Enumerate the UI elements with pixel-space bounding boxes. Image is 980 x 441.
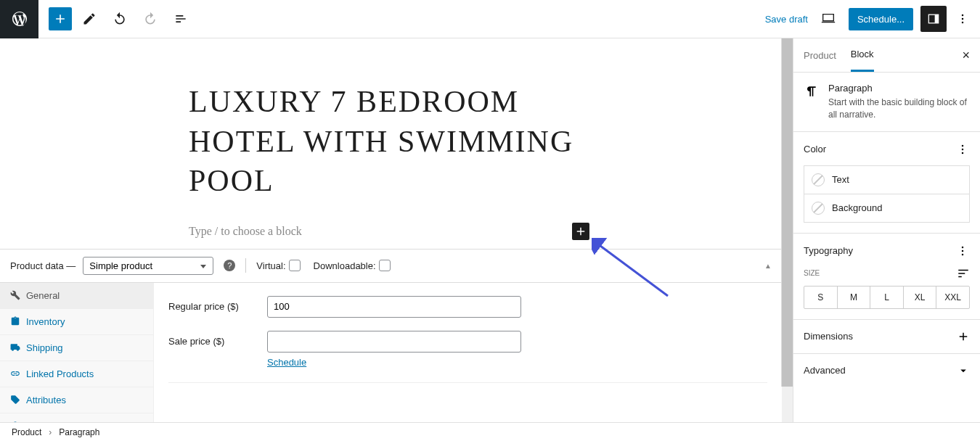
size-l-button[interactable]: L bbox=[870, 287, 904, 308]
link-icon bbox=[10, 368, 20, 379]
regular-price-input[interactable] bbox=[267, 296, 521, 318]
svg-point-3 bbox=[962, 18, 964, 20]
tab-block[interactable]: Block bbox=[851, 38, 874, 72]
settings-sidebar: Product Block × Paragraph Start with the… bbox=[793, 38, 980, 422]
tab-general[interactable]: General bbox=[0, 283, 153, 309]
product-data-label: Product data — bbox=[10, 260, 75, 271]
tag-icon bbox=[10, 395, 20, 405]
collapse-panel-icon[interactable]: ▲ bbox=[764, 262, 772, 270]
tab-label: Advanced bbox=[26, 421, 68, 422]
tab-linked-products[interactable]: Linked Products bbox=[0, 361, 153, 387]
undo-icon bbox=[113, 12, 127, 26]
separator bbox=[245, 258, 246, 273]
svg-rect-1 bbox=[935, 15, 939, 23]
ellipsis-vertical-icon[interactable] bbox=[955, 142, 970, 157]
color-section-title: Color bbox=[804, 144, 826, 154]
breadcrumb-separator: › bbox=[49, 427, 52, 437]
desktop-icon bbox=[820, 11, 836, 27]
typography-section: Typography Size S M L XL XXL bbox=[793, 233, 980, 319]
product-data-tabs: General Inventory Shipping Linked Produc… bbox=[0, 283, 154, 422]
redo-icon bbox=[143, 12, 158, 26]
close-sidebar-button[interactable]: × bbox=[962, 48, 970, 63]
view-button[interactable] bbox=[815, 6, 841, 32]
product-type-help-icon[interactable]: ? bbox=[224, 260, 235, 271]
ellipsis-vertical-icon[interactable] bbox=[955, 244, 970, 258]
schedule-button[interactable]: Schedule... bbox=[849, 8, 913, 30]
top-toolbar: Save draft Schedule... bbox=[0, 0, 980, 38]
wrench-icon bbox=[10, 290, 20, 300]
sliders-icon[interactable] bbox=[957, 267, 970, 280]
save-draft-link[interactable]: Save draft bbox=[765, 14, 808, 25]
svg-point-2 bbox=[962, 15, 964, 17]
background-color-row[interactable]: Background bbox=[804, 194, 970, 223]
tab-inventory[interactable]: Inventory bbox=[0, 309, 153, 335]
tab-label: Inventory bbox=[26, 316, 65, 327]
downloadable-checkbox[interactable] bbox=[379, 260, 391, 271]
breadcrumb-paragraph[interactable]: Paragraph bbox=[59, 427, 99, 437]
size-xxl-button[interactable]: XXL bbox=[936, 287, 969, 308]
editor-canvas: LUXURY 7 BEDROOM HOTEL WITH SWIMMING POO… bbox=[0, 38, 793, 249]
product-data-content: Regular price ($) Sale price ($) Schedul… bbox=[154, 283, 782, 422]
tab-label: Shipping bbox=[26, 342, 63, 353]
add-block-inline-button[interactable] bbox=[572, 223, 589, 240]
ellipsis-vertical-icon bbox=[955, 12, 970, 26]
svg-point-4 bbox=[962, 22, 964, 24]
typography-section-title: Typography bbox=[804, 245, 853, 256]
wordpress-icon bbox=[11, 10, 28, 28]
pencil-icon bbox=[82, 12, 97, 26]
tab-shipping[interactable]: Shipping bbox=[0, 335, 153, 361]
block-info: Paragraph Start with the basic building … bbox=[793, 73, 980, 131]
svg-point-6 bbox=[962, 144, 964, 147]
sidebar-icon bbox=[926, 12, 941, 26]
tab-advanced[interactable]: Advanced bbox=[0, 413, 153, 422]
svg-point-10 bbox=[962, 250, 964, 252]
breadcrumb: Product › Paragraph bbox=[0, 422, 980, 441]
toolbar-right: Save draft Schedule... bbox=[765, 6, 980, 32]
more-options-button[interactable] bbox=[954, 6, 971, 32]
regular-price-label: Regular price ($) bbox=[168, 301, 267, 312]
add-block-button[interactable] bbox=[49, 7, 72, 30]
schedule-sale-link[interactable]: Schedule bbox=[267, 357, 306, 368]
post-title[interactable]: LUXURY 7 BEDROOM HOTEL WITH SWIMMING POO… bbox=[189, 82, 595, 201]
breadcrumb-product[interactable]: Product bbox=[12, 427, 41, 437]
svg-point-9 bbox=[962, 246, 964, 248]
color-section: Color Text Background bbox=[793, 131, 980, 233]
block-placeholder[interactable]: Type / to choose a block bbox=[189, 225, 572, 238]
redo-button[interactable] bbox=[137, 6, 163, 32]
dimensions-section[interactable]: Dimensions bbox=[793, 319, 980, 353]
toolbar-left bbox=[38, 6, 194, 32]
tab-label: Linked Products bbox=[26, 368, 94, 379]
tab-label: Attributes bbox=[26, 395, 66, 405]
plus-icon bbox=[53, 12, 68, 26]
product-type-select[interactable]: Simple product bbox=[83, 257, 213, 275]
edit-mode-button[interactable] bbox=[76, 6, 102, 32]
svg-point-7 bbox=[962, 148, 964, 150]
gear-icon bbox=[10, 421, 20, 422]
virtual-label: Virtual: bbox=[256, 260, 285, 271]
virtual-checkbox[interactable] bbox=[289, 260, 301, 271]
text-color-label: Text bbox=[832, 174, 849, 185]
settings-sidebar-button[interactable] bbox=[920, 6, 947, 32]
size-xl-button[interactable]: XL bbox=[904, 287, 937, 308]
truck-icon bbox=[10, 342, 20, 353]
size-m-button[interactable]: M bbox=[838, 287, 871, 308]
document-overview-button[interactable] bbox=[168, 6, 194, 32]
size-button-group: S M L XL XXL bbox=[804, 286, 970, 309]
product-data-header: Product data — Simple product ? Virtual:… bbox=[0, 250, 782, 283]
clipboard-icon bbox=[10, 316, 20, 326]
svg-point-8 bbox=[962, 152, 964, 154]
sale-price-label: Sale price ($) bbox=[168, 336, 267, 347]
dimensions-title: Dimensions bbox=[804, 331, 853, 342]
tab-product[interactable]: Product bbox=[804, 40, 836, 71]
sale-price-input[interactable] bbox=[267, 331, 521, 353]
wordpress-logo[interactable] bbox=[0, 0, 38, 38]
text-color-row[interactable]: Text bbox=[804, 165, 970, 194]
plus-icon bbox=[574, 225, 587, 238]
tab-attributes[interactable]: Attributes bbox=[0, 387, 153, 413]
advanced-title: Advanced bbox=[804, 365, 846, 376]
size-s-button[interactable]: S bbox=[804, 287, 838, 308]
paragraph-icon bbox=[804, 83, 818, 121]
advanced-section[interactable]: Advanced bbox=[793, 353, 980, 387]
undo-button[interactable] bbox=[107, 6, 133, 32]
downloadable-label: Downloadable: bbox=[314, 260, 376, 271]
